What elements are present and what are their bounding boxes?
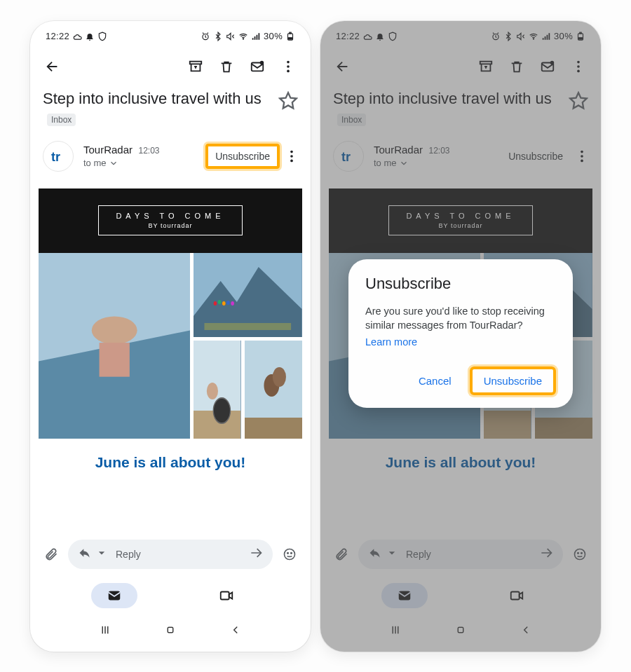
star-button[interactable] — [278, 91, 298, 111]
sender-name: TourRadar — [83, 144, 133, 156]
photo-tile — [194, 341, 240, 439]
svg-point-7 — [260, 60, 264, 64]
photo-tile — [194, 253, 302, 337]
shield-icon — [97, 32, 107, 41]
message-more-button[interactable] — [280, 141, 304, 172]
svg-rect-3 — [290, 32, 291, 34]
svg-point-22 — [231, 301, 235, 306]
svg-point-36 — [287, 552, 289, 554]
recents-button[interactable] — [99, 624, 111, 639]
svg-marker-17 — [205, 323, 292, 330]
svg-rect-4 — [289, 37, 292, 39]
email-body[interactable]: DAYS TO COME BY tourradar — [39, 188, 302, 535]
reply-bar: Reply — [30, 535, 311, 576]
attach-button[interactable] — [37, 540, 65, 568]
sender-avatar[interactable]: tr — [43, 141, 74, 172]
home-button[interactable] — [164, 624, 177, 639]
reply-placeholder: Reply — [116, 549, 242, 560]
email-headline: June is all about you! — [39, 439, 302, 479]
svg-point-21 — [227, 301, 231, 305]
svg-point-8 — [287, 60, 290, 63]
sender-time: 12:03 — [139, 146, 160, 156]
svg-point-37 — [291, 552, 292, 554]
mute-icon — [226, 32, 236, 41]
archive-button[interactable] — [180, 51, 211, 82]
battery-icon — [285, 32, 295, 41]
forward-button[interactable] — [249, 546, 263, 562]
status-time: 12:22 — [46, 31, 69, 41]
dialog-title: Unsubscribe — [365, 275, 556, 293]
learn-more-link[interactable]: Learn more — [365, 336, 417, 348]
android-back-button[interactable] — [229, 624, 242, 639]
inbox-label[interactable]: Inbox — [47, 114, 76, 126]
svg-rect-40 — [168, 627, 173, 633]
svg-point-35 — [285, 549, 295, 559]
wifi-icon — [238, 32, 248, 41]
svg-point-18 — [214, 301, 217, 306]
svg-point-34 — [272, 367, 285, 387]
svg-rect-26 — [100, 343, 130, 377]
phone-screenshot-1: 12:22 — [30, 21, 311, 652]
svg-point-12 — [290, 151, 293, 153]
confirm-unsubscribe-button[interactable]: Unsubscribe — [470, 366, 556, 395]
alarm-icon — [201, 32, 210, 41]
mark-unread-button[interactable] — [242, 51, 273, 82]
svg-point-25 — [92, 316, 137, 344]
svg-point-1 — [243, 38, 243, 39]
unsubscribe-link[interactable]: Unsubscribe — [205, 144, 280, 169]
weather-icon — [72, 32, 82, 41]
svg-point-30 — [214, 398, 231, 423]
chevron-down-icon — [109, 158, 118, 168]
reply-arrow-icon — [78, 546, 92, 562]
hero-banner: DAYS TO COME BY tourradar — [39, 188, 302, 253]
delete-button[interactable] — [211, 51, 242, 82]
more-button[interactable] — [273, 51, 304, 82]
photo-tile — [39, 253, 190, 439]
svg-text:tr: tr — [51, 150, 60, 164]
bell-icon — [85, 32, 95, 41]
status-battery: 30% — [264, 31, 283, 41]
recipient-dropdown[interactable]: to me — [83, 158, 205, 168]
svg-point-14 — [290, 159, 293, 162]
android-nav-bar — [30, 615, 311, 652]
svg-point-9 — [287, 65, 290, 68]
dialog-body: Are you sure you'd like to stop receivin… — [365, 304, 556, 333]
signal-icon — [251, 32, 261, 41]
svg-point-20 — [222, 301, 226, 306]
svg-point-29 — [207, 383, 218, 399]
meet-tab[interactable] — [203, 583, 250, 608]
reply-input[interactable]: Reply — [68, 540, 273, 569]
photo-tile — [245, 341, 302, 439]
svg-rect-39 — [221, 591, 229, 599]
email-subject: Step into inclusive travel with us Inbox — [43, 88, 278, 130]
app-bar — [30, 48, 311, 85]
back-button[interactable] — [37, 51, 68, 82]
bluetooth-icon — [213, 32, 223, 41]
svg-marker-32 — [245, 418, 302, 439]
phone-screenshot-2: 12:22 — [320, 21, 601, 652]
app-switcher-tabs — [30, 576, 311, 615]
emoji-button[interactable] — [276, 540, 304, 568]
svg-point-19 — [218, 300, 222, 304]
chevron-down-icon — [95, 546, 109, 562]
status-bar: 12:22 — [30, 25, 311, 48]
cancel-button[interactable]: Cancel — [407, 369, 463, 392]
svg-point-10 — [287, 69, 290, 72]
mail-tab[interactable] — [91, 583, 137, 608]
svg-rect-5 — [190, 61, 202, 64]
unsubscribe-dialog: Unsubscribe Are you sure you'd like to s… — [348, 259, 573, 409]
svg-point-13 — [290, 155, 293, 158]
